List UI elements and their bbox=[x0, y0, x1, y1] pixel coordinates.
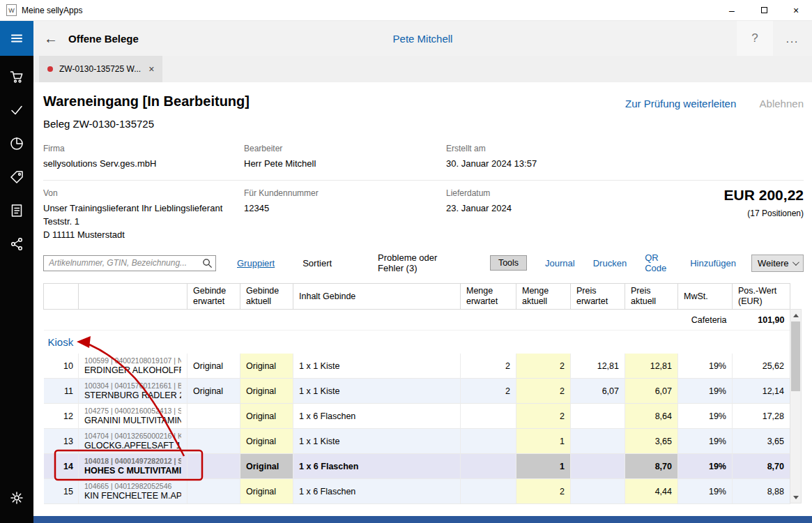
journal-link[interactable]: Journal bbox=[545, 258, 575, 268]
header-pos-wert[interactable]: Pos.-Wert (EUR) bbox=[733, 284, 790, 310]
table-row[interactable]: 15 104665 | 04012982052546 KIN FENCHELTE… bbox=[44, 479, 790, 504]
row-article: 104275 | 04002160052413 | Säft... GRANIN… bbox=[79, 404, 187, 429]
cell-gebinde-aktuell[interactable]: Original bbox=[240, 429, 293, 454]
cell-mwst: 19% bbox=[678, 454, 733, 479]
sidebar-item-cart[interactable] bbox=[0, 60, 33, 93]
cell-preis-erwartet bbox=[571, 404, 625, 429]
forward-for-review-link[interactable]: Zur Prüfung weiterleiten bbox=[625, 98, 736, 109]
cell-gebinde-aktuell[interactable]: Original bbox=[240, 404, 293, 429]
cell-preis-aktuell[interactable]: 4,44 bbox=[625, 479, 678, 504]
triangle-down-icon bbox=[793, 496, 799, 499]
problems-link[interactable]: Probleme oder Fehler (3) bbox=[378, 252, 451, 273]
cell-preis-aktuell[interactable]: 8,64 bbox=[625, 404, 678, 429]
sidebar-item-journal[interactable] bbox=[0, 194, 33, 227]
positions-table: Gebinde erwartet Gebinde aktuell Inhalt … bbox=[43, 283, 790, 504]
sidebar-item-tasks[interactable] bbox=[0, 93, 33, 127]
article-name: HOHES C MULTIVITAMI... bbox=[84, 466, 181, 476]
group-label[interactable]: Kiosk bbox=[48, 336, 74, 348]
row-pos: 12 bbox=[44, 404, 79, 429]
tools-button[interactable]: Tools bbox=[490, 255, 527, 271]
table-scrollbar[interactable] bbox=[790, 309, 802, 503]
more-options-button[interactable]: ... bbox=[773, 21, 812, 56]
maximize-button[interactable] bbox=[748, 0, 780, 20]
table-row[interactable]: 12 104275 | 04002160052413 | Säft... GRA… bbox=[44, 404, 790, 429]
reject-link[interactable]: Ablehnen bbox=[760, 98, 804, 109]
cell-gebinde-aktuell[interactable]: Original bbox=[240, 479, 293, 504]
qr-code-link[interactable]: QR Code bbox=[645, 252, 672, 273]
row-pos: 14 bbox=[44, 454, 79, 479]
cell-wert: 12,14 bbox=[733, 379, 790, 404]
close-button[interactable]: × bbox=[780, 0, 812, 20]
cell-wert: 25,62 bbox=[733, 354, 790, 379]
sidebar-item-statistics[interactable] bbox=[0, 127, 33, 160]
grouped-link[interactable]: Gruppiert bbox=[237, 258, 275, 268]
header-preis-erwartet[interactable]: Preis erwartet bbox=[571, 284, 625, 310]
hamburger-icon bbox=[9, 31, 24, 46]
scroll-up-button[interactable] bbox=[790, 310, 801, 321]
scroll-down-button[interactable] bbox=[790, 492, 801, 503]
sidebar-item-prices[interactable] bbox=[0, 160, 33, 194]
von-label: Von bbox=[43, 188, 244, 198]
cell-gebinde-erwartet bbox=[187, 479, 240, 504]
cell-menge-aktuell[interactable]: 2 bbox=[516, 379, 571, 404]
cell-preis-aktuell[interactable]: 8,70 bbox=[625, 454, 678, 479]
window-title: Meine sellyApps bbox=[22, 6, 82, 15]
add-link[interactable]: Hinzufügen bbox=[690, 258, 736, 268]
cell-menge-aktuell[interactable]: 2 bbox=[516, 479, 571, 504]
header-menge-erwartet[interactable]: Menge erwartet bbox=[461, 284, 516, 310]
article-code: 104704 | 04013265000216 | Kon... bbox=[84, 432, 181, 440]
sidebar-item-share[interactable] bbox=[0, 227, 33, 261]
header-menge-aktuell[interactable]: Menge aktuell bbox=[516, 284, 571, 310]
scrollbar-thumb[interactable] bbox=[791, 321, 800, 391]
cell-menge-aktuell[interactable]: 1 bbox=[516, 429, 571, 454]
header-gebinde-erwartet[interactable]: Gebinde erwartet bbox=[187, 284, 240, 310]
back-button[interactable]: ← bbox=[33, 21, 68, 56]
article-code: 104018 | 04001497282012 | Säft... bbox=[84, 457, 181, 465]
cell-preis-aktuell[interactable]: 6,07 bbox=[625, 379, 678, 404]
cell-menge-aktuell[interactable]: 2 bbox=[516, 354, 571, 379]
cell-gebinde-erwartet: Original bbox=[187, 354, 240, 379]
row-pos: 10 bbox=[44, 354, 79, 379]
position-count: (17 Positionen) bbox=[655, 209, 804, 218]
sorted-link[interactable]: Sortiert bbox=[302, 258, 332, 268]
search-icon[interactable] bbox=[202, 258, 213, 271]
page-header: ← Offene Belege Pete Mitchell ? ... bbox=[33, 21, 812, 56]
cell-menge-erwartet bbox=[461, 429, 516, 454]
row-pos: 15 bbox=[44, 479, 79, 504]
current-user-link[interactable]: Pete Mitchell bbox=[393, 33, 453, 45]
header-mwst[interactable]: MwSt. bbox=[678, 284, 733, 310]
bottom-bar bbox=[33, 516, 812, 523]
minimize-button[interactable]: – bbox=[716, 0, 748, 20]
firma-value: sellysolutions Serv.ges.mbH bbox=[43, 158, 244, 171]
article-name: ERDINGER ALKOHOLFR 2... bbox=[84, 365, 181, 375]
cell-preis-aktuell[interactable]: 12,81 bbox=[625, 354, 678, 379]
header-inhalt-gebinde[interactable]: Inhalt Gebinde bbox=[293, 284, 461, 310]
erstellt-value: 30. Januar 2024 13:57 bbox=[446, 158, 655, 171]
cell-gebinde-aktuell[interactable]: Original bbox=[240, 379, 293, 404]
header-preis-aktuell[interactable]: Preis aktuell bbox=[625, 284, 678, 310]
titlebar: W Meine sellyApps – × bbox=[0, 0, 812, 21]
gear-icon bbox=[9, 490, 24, 506]
table-row[interactable]: 10 100599 | 04002108019107 | Nich... ERD… bbox=[44, 354, 790, 379]
sidebar-item-settings[interactable] bbox=[0, 481, 33, 515]
article-name: STERNBURG RADLER 20X... bbox=[84, 391, 181, 400]
table-row[interactable]: 11 100304 | 04015760121661 | Bier... STE… bbox=[44, 379, 790, 404]
hamburger-menu-button[interactable] bbox=[0, 21, 33, 56]
more-actions-button[interactable]: Weitere bbox=[751, 255, 804, 272]
cell-gebinde-aktuell[interactable]: Original bbox=[240, 354, 293, 379]
table-row-selected[interactable]: 14 104018 | 04001497282012 | Säft... HOH… bbox=[44, 454, 790, 479]
search-input[interactable] bbox=[43, 255, 216, 271]
article-name: GLOCKG.APFELSAFT 12X... bbox=[84, 441, 181, 450]
tab-close-icon[interactable]: × bbox=[148, 63, 154, 75]
cell-preis-aktuell[interactable]: 3,65 bbox=[625, 429, 678, 454]
cell-menge-aktuell[interactable]: 1 bbox=[516, 454, 571, 479]
cell-wert: 8,70 bbox=[733, 454, 790, 479]
header-gebinde-aktuell[interactable]: Gebinde aktuell bbox=[240, 284, 293, 310]
document-tab[interactable]: ZW-0130-135725 W... × bbox=[39, 56, 162, 82]
cell-menge-aktuell[interactable]: 2 bbox=[516, 404, 571, 429]
help-button[interactable]: ? bbox=[737, 21, 773, 56]
cell-gebinde-aktuell[interactable]: Original bbox=[240, 454, 293, 479]
cell-inhalt: 1 x 1 Kiste bbox=[293, 379, 461, 404]
print-link[interactable]: Drucken bbox=[593, 258, 627, 268]
table-row[interactable]: 13 104704 | 04013265000216 | Kon... GLOC… bbox=[44, 429, 790, 454]
